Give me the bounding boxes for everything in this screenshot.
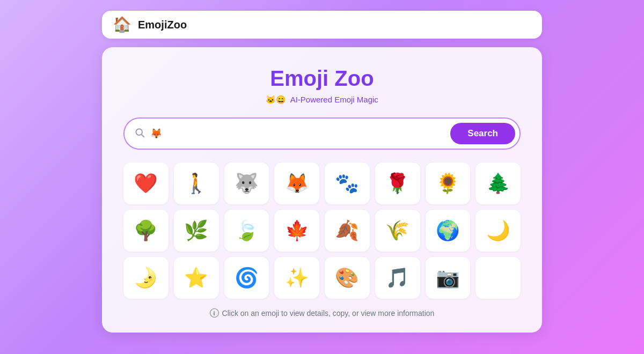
search-button[interactable]: Search [450,123,515,144]
subtitle-text: AI-Powered Emoji Magic [290,95,378,104]
emoji-cell[interactable]: 🚶 [174,163,219,204]
navbar: 🏠 EmojiZoo [102,11,542,39]
emoji-cell[interactable]: 🌾 [375,210,420,252]
emoji-cell[interactable]: 🌙 [475,210,521,252]
main-card: Emoji Zoo 🐱😄 AI-Powered Emoji Magic Sear… [102,47,542,333]
emoji-cell[interactable]: 📷 [426,257,471,299]
emoji-cell[interactable]: 🌀 [224,257,269,299]
page-subtitle: 🐱😄 AI-Powered Emoji Magic [123,95,521,105]
emoji-cell[interactable] [475,257,521,299]
emoji-cell[interactable]: 🎨 [325,257,370,299]
emoji-cell[interactable]: 🌻 [426,163,471,204]
svg-line-1 [142,135,144,137]
emoji-cell[interactable]: 🍂 [325,210,370,252]
emoji-cell[interactable]: 🦊 [274,163,319,204]
emoji-cell[interactable]: 🌹 [375,163,420,204]
info-icon: i [210,308,219,318]
emoji-cell[interactable]: 🌍 [426,210,471,252]
emoji-cell[interactable]: 🌿 [174,210,219,252]
footer-hint: i Click on an emoji to view details, cop… [123,308,521,318]
emoji-cell[interactable]: 🌳 [123,210,169,252]
emoji-cell[interactable]: 🐺 [224,163,269,204]
navbar-title: EmojiZoo [138,19,187,31]
search-bar: Search [123,117,521,150]
page-title: Emoji Zoo [123,67,521,91]
emoji-cell[interactable]: 🍃 [224,210,269,252]
subtitle-emojis: 🐱😄 [266,95,286,104]
search-input[interactable] [150,128,445,139]
footer-hint-text: Click on an emoji to view details, copy,… [222,309,435,318]
emoji-cell[interactable]: 🌲 [475,163,521,204]
emoji-cell[interactable]: 🎵 [375,257,420,299]
navbar-logo-icon: 🏠 [113,17,131,32]
emoji-cell[interactable]: ✨ [274,257,319,299]
emoji-grid: ❤️🚶🐺🦊🐾🌹🌻🌲🌳🌿🍃🍁🍂🌾🌍🌙🌛⭐🌀✨🎨🎵📷 [123,163,521,299]
emoji-cell[interactable]: ⭐ [174,257,219,299]
emoji-cell[interactable]: ❤️ [123,163,169,204]
svg-point-0 [136,129,142,135]
emoji-cell[interactable]: 🍁 [274,210,319,252]
emoji-cell[interactable]: 🌛 [123,257,169,299]
search-icon [134,127,145,141]
emoji-cell[interactable]: 🐾 [325,163,370,204]
